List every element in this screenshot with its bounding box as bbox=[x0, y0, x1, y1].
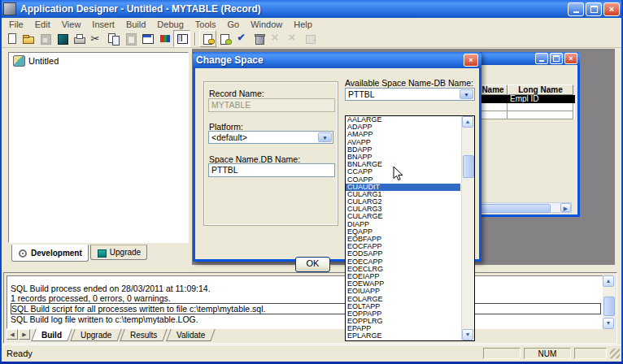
menu-help[interactable]: Help bbox=[288, 20, 318, 29]
menu-build[interactable]: Build bbox=[120, 20, 151, 29]
output-tab-validate[interactable]: Validate bbox=[166, 329, 216, 341]
table-row[interactable] bbox=[478, 103, 575, 111]
output-tab-build[interactable]: Build bbox=[31, 329, 72, 341]
print-button[interactable] bbox=[71, 30, 88, 47]
record-minimize-button[interactable] bbox=[535, 53, 548, 64]
dialog-titlebar: Change Space × bbox=[193, 52, 481, 68]
chevron-down-icon[interactable]: ▼ bbox=[318, 132, 332, 142]
cut-icon bbox=[90, 32, 103, 45]
available-space-combobox[interactable]: PTTBL ▼ bbox=[345, 88, 475, 101]
output-tab-label: Upgrade bbox=[81, 331, 111, 340]
project-button[interactable] bbox=[54, 30, 71, 47]
tab-scroll-right-icon[interactable]: ▶ bbox=[19, 329, 30, 340]
minimize-button[interactable] bbox=[568, 2, 584, 16]
expand-all-icon bbox=[270, 32, 283, 45]
toolbar-separator bbox=[194, 32, 195, 46]
column-header-name[interactable]: Name bbox=[478, 84, 508, 95]
cell-name bbox=[478, 111, 508, 119]
print-icon bbox=[73, 32, 86, 45]
scroll-up-arrow-icon[interactable]: ▲ bbox=[462, 116, 473, 128]
properties-button[interactable] bbox=[139, 30, 156, 47]
workspace-tab-development[interactable]: Development bbox=[11, 245, 89, 262]
menu-window[interactable]: Window bbox=[245, 20, 288, 29]
save-button bbox=[37, 30, 54, 47]
scroll-up-arrow-icon[interactable]: ▲ bbox=[603, 275, 614, 287]
toolbar-group-2 bbox=[199, 30, 319, 47]
collapse-all-button bbox=[285, 30, 302, 47]
workspace-tab-label: Upgrade bbox=[110, 248, 141, 257]
workspace-tabs: DevelopmentUpgrade bbox=[11, 245, 149, 261]
project-workspace-toggle-icon bbox=[176, 32, 189, 45]
record-close-button[interactable]: × bbox=[564, 53, 577, 64]
output-tab-upgrade[interactable]: Upgrade bbox=[70, 329, 122, 341]
tab-scroll-left-icon[interactable]: ◀ bbox=[7, 329, 18, 340]
object-colors-button[interactable] bbox=[156, 30, 173, 47]
chevron-down-icon[interactable]: ▼ bbox=[460, 89, 473, 99]
open-definition-button[interactable] bbox=[199, 30, 216, 47]
status-pane-num: NUM bbox=[524, 348, 571, 359]
record-grid: Name Long Name Empl ID bbox=[478, 84, 575, 119]
scrollbar-thumb[interactable] bbox=[480, 204, 551, 213]
toolbar bbox=[0, 30, 623, 48]
project-icon bbox=[13, 55, 25, 67]
cut-button[interactable] bbox=[88, 30, 105, 47]
output-tabs: ◀ ▶ BuildUpgradeResultsValidate bbox=[7, 329, 213, 341]
status-bar: Ready NUM bbox=[0, 344, 623, 362]
output-tab-label: Build bbox=[41, 331, 62, 340]
project-workspace-toggle-button[interactable] bbox=[173, 30, 190, 47]
validate-definition-button[interactable] bbox=[233, 30, 251, 47]
save-definition-button[interactable] bbox=[216, 30, 233, 47]
new-document-button[interactable] bbox=[2, 30, 20, 47]
output-tab-results[interactable]: Results bbox=[120, 329, 168, 341]
menu-file[interactable]: File bbox=[3, 20, 29, 29]
menu-go[interactable]: Go bbox=[221, 20, 245, 29]
column-header-long-name[interactable]: Long Name bbox=[508, 84, 573, 95]
record-maximize-button[interactable] bbox=[550, 53, 563, 64]
open-definition-icon bbox=[202, 32, 215, 45]
maximize-button[interactable] bbox=[586, 2, 602, 16]
table-row[interactable] bbox=[478, 111, 575, 119]
record-window: × Name Long Name Empl ID ▶ bbox=[474, 65, 580, 217]
paste-button bbox=[122, 30, 139, 47]
record-horizontal-scrollbar[interactable]: ▶ bbox=[478, 202, 572, 213]
output-line[interactable]: SQL Build process ended on 28/03/2011 at… bbox=[11, 284, 603, 293]
output-scrollbar[interactable]: ▲ ▼ bbox=[603, 275, 615, 329]
menu-insert[interactable]: Insert bbox=[86, 20, 120, 29]
output-window: SQL Build process ended on 28/03/2011 at… bbox=[3, 272, 617, 344]
cell-long-name bbox=[508, 103, 573, 111]
paste-icon bbox=[124, 32, 137, 45]
space-name-field[interactable]: PTTBL bbox=[208, 163, 335, 177]
expand-all-button bbox=[268, 30, 285, 47]
output-line[interactable]: SQL Build log file written to c:\temp\my… bbox=[11, 314, 603, 324]
object-colors-icon bbox=[159, 32, 172, 45]
scroll-down-arrow-icon[interactable]: ▼ bbox=[462, 329, 473, 340]
scroll-down-arrow-icon[interactable]: ▼ bbox=[603, 318, 614, 329]
scroll-right-arrow-icon[interactable]: ▶ bbox=[560, 203, 571, 212]
record-window-titlebar: × bbox=[474, 52, 580, 65]
open-folder-button[interactable] bbox=[20, 30, 37, 47]
copy-icon bbox=[107, 32, 120, 45]
menu-tools[interactable]: Tools bbox=[190, 20, 222, 29]
space-list-item[interactable]: EPLARGE bbox=[346, 332, 460, 340]
output-line[interactable]: 1 records processed, 0 errors, 0 warning… bbox=[11, 293, 603, 303]
ok-button[interactable]: OK bbox=[295, 257, 330, 272]
dialog-close-button[interactable]: × bbox=[464, 54, 478, 67]
menu-edit[interactable]: Edit bbox=[29, 20, 56, 29]
table-row[interactable]: Empl ID bbox=[478, 95, 575, 103]
delete-definition-button[interactable] bbox=[251, 30, 268, 47]
output-line[interactable]: SQL Build script for all processes writt… bbox=[11, 303, 601, 314]
close-button[interactable]: × bbox=[603, 2, 620, 16]
space-list-scrollbar[interactable]: ▲ ▼ bbox=[461, 116, 474, 340]
menu-debug[interactable]: Debug bbox=[151, 20, 189, 29]
workspace-tab-upgrade[interactable]: Upgrade bbox=[90, 245, 147, 260]
space-list-items: AALARGEADAPPAMAPPAVAPPBDAPPBNAPPBNLARGEC… bbox=[346, 116, 474, 340]
menu-view[interactable]: View bbox=[56, 20, 87, 29]
scrollbar-thumb[interactable] bbox=[463, 155, 474, 178]
cell-long-name: Empl ID bbox=[508, 95, 573, 103]
scrollbar-thumb[interactable] bbox=[603, 297, 615, 316]
record-name-field: MYTABLE bbox=[208, 98, 335, 112]
copy-button[interactable] bbox=[105, 30, 122, 47]
tree-item-untitled[interactable]: Untitled bbox=[9, 53, 188, 67]
platform-combobox[interactable]: <default> ▼ bbox=[208, 131, 333, 144]
resize-grip[interactable] bbox=[610, 349, 620, 358]
